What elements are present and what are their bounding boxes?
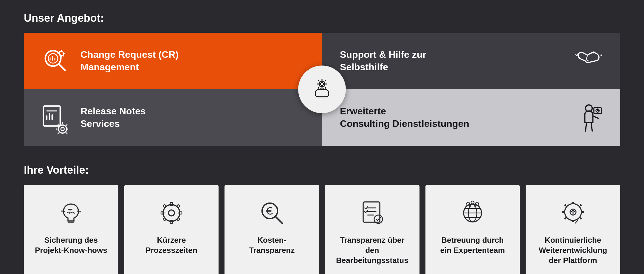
svg-line-27 <box>66 124 67 125</box>
svg-line-44 <box>325 80 326 81</box>
svg-line-25 <box>66 133 67 133</box>
svg-point-53 <box>168 210 174 216</box>
support-label: Support & Hilfe zurSelbsthilfe <box>340 49 426 73</box>
svg-line-24 <box>58 124 59 125</box>
status-label: Transparenz über denBearbeitungsstatus <box>334 235 411 265</box>
svg-rect-61 <box>177 217 180 221</box>
center-circle-wrapper <box>298 66 346 113</box>
angebot-support[interactable]: Support & Hilfe zurSelbsthilfe <box>322 33 620 89</box>
globe-team-icon <box>459 200 486 226</box>
know-how-label: Sicherung desProjekt-Know-hows <box>35 235 107 256</box>
cr-management-label: Change Request (CR)Management <box>80 49 179 73</box>
cr-icon <box>42 48 69 74</box>
release-icon <box>42 104 69 131</box>
svg-line-35 <box>591 123 592 131</box>
svg-rect-83 <box>562 211 564 213</box>
svg-rect-86 <box>579 204 582 206</box>
angebot-consulting[interactable]: ErweiterteConsulting Dienstleistungen <box>322 89 620 146</box>
gear-time-icon <box>158 200 185 226</box>
vorteil-status: Transparenz über denBearbeitungsstatus <box>325 185 419 274</box>
svg-rect-82 <box>572 220 574 222</box>
angebot-grid: Change Request (CR)Management Support & … <box>24 33 620 146</box>
svg-rect-60 <box>163 217 166 221</box>
experten-label: Betreuung durchein Expertenteam <box>440 235 505 256</box>
svg-rect-84 <box>582 211 584 213</box>
vorteile-grid: Sicherung desProjekt-Know-hows KürzerePr… <box>24 185 620 274</box>
prozesszeiten-label: KürzereProzesszeiten <box>145 235 197 256</box>
svg-line-1 <box>59 64 65 70</box>
svg-line-45 <box>318 87 319 88</box>
svg-rect-81 <box>572 202 574 204</box>
handshake-icon <box>575 48 602 74</box>
search-cost-icon <box>258 200 285 226</box>
svg-line-29 <box>593 116 598 118</box>
svg-line-43 <box>325 87 326 88</box>
svg-line-63 <box>275 217 282 223</box>
svg-line-42 <box>318 80 319 81</box>
vorteil-weiterentwicklung: KontinuierlicheWeiterentwicklungder Plat… <box>526 185 620 274</box>
platform-icon <box>560 200 586 226</box>
checklist-icon <box>359 200 386 226</box>
consulting-icon <box>575 104 602 131</box>
svg-line-34 <box>586 123 586 131</box>
svg-line-11 <box>59 51 60 52</box>
angebot-release-notes[interactable]: Release NotesServices <box>24 89 322 146</box>
angebot-cr-management[interactable]: Change Request (CR)Management <box>24 33 322 89</box>
svg-point-19 <box>61 127 64 131</box>
svg-point-36 <box>319 81 325 87</box>
svg-point-37 <box>321 82 323 85</box>
vorteil-know-how: Sicherung desProjekt-Know-hows <box>24 185 118 274</box>
release-notes-label: Release NotesServices <box>80 105 146 130</box>
brain-icon <box>58 200 84 226</box>
kosten-label: Kosten-Transparenz <box>249 235 295 256</box>
service-icon <box>310 77 334 101</box>
consulting-label: ErweiterteConsulting Dienstleistungen <box>340 105 469 130</box>
vorteil-kosten: Kosten-Transparenz <box>225 185 319 274</box>
svg-rect-85 <box>564 204 566 206</box>
angebot-title: Unser Angebot: <box>24 12 620 24</box>
svg-line-12 <box>63 56 64 56</box>
vorteil-prozesszeiten: KürzereProzesszeiten <box>124 185 219 274</box>
weiterentwicklung-label: KontinuierlicheWeiterentwicklungder Plat… <box>539 235 607 265</box>
vorteile-title: Ihre Vorteile: <box>24 164 620 176</box>
vorteil-experten: Betreuung durchein Expertenteam <box>425 185 520 274</box>
svg-line-26 <box>58 133 59 133</box>
svg-point-18 <box>58 125 66 133</box>
center-circle <box>298 66 346 113</box>
